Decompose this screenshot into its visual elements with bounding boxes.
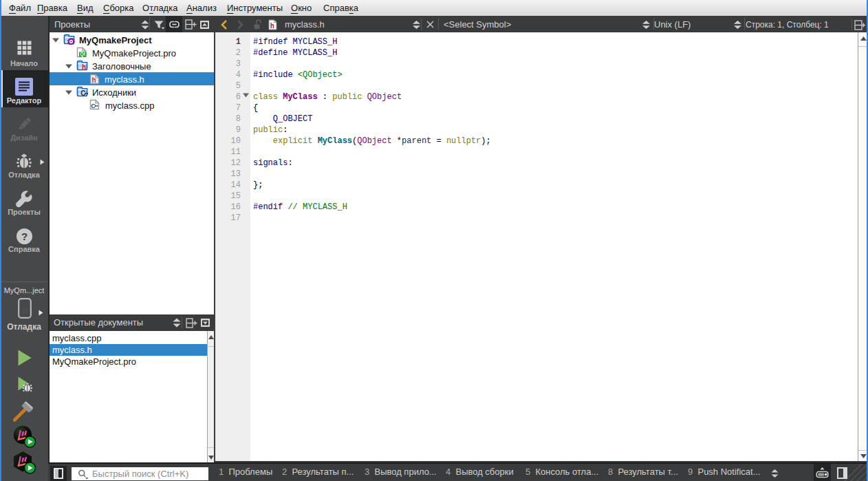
svg-text:h: h <box>91 76 96 84</box>
svg-text:Qt: Qt <box>80 52 86 57</box>
svg-text:h: h <box>270 22 274 30</box>
svg-text:?: ? <box>21 231 28 242</box>
svg-text:h: h <box>82 63 86 71</box>
